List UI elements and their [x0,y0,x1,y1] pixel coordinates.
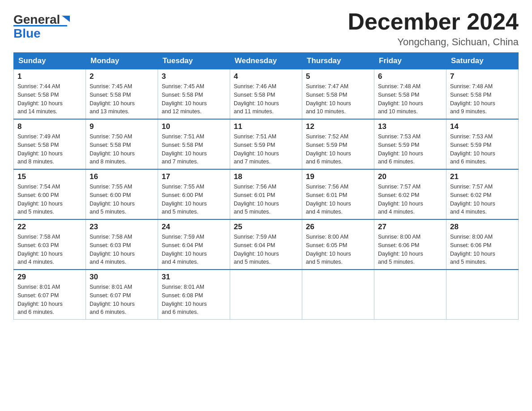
day-info: Sunrise: 7:55 AMSunset: 6:00 PMDaylight:… [162,184,207,215]
day-number: 15 [17,172,82,181]
table-row: 9 Sunrise: 7:50 AMSunset: 5:58 PMDayligh… [86,119,158,169]
day-number: 19 [306,172,370,181]
day-number: 30 [90,273,154,282]
day-number: 21 [450,172,515,181]
table-row: 19 Sunrise: 7:56 AMSunset: 6:01 PMDaylig… [302,169,374,219]
col-monday: Monday [86,53,158,69]
day-number: 24 [162,223,226,231]
table-row: 24 Sunrise: 7:59 AMSunset: 6:04 PMDaylig… [158,219,230,270]
table-row: 1 Sunrise: 7:44 AMSunset: 5:58 PMDayligh… [14,69,86,120]
day-info: Sunrise: 7:54 AMSunset: 6:00 PMDaylight:… [17,184,63,215]
table-row: 13 Sunrise: 7:53 AMSunset: 5:59 PMDaylig… [374,119,446,169]
day-number: 28 [450,223,515,231]
table-row: 21 Sunrise: 7:57 AMSunset: 6:02 PMDaylig… [446,169,519,219]
day-info: Sunrise: 7:44 AMSunset: 5:58 PMDaylight:… [17,83,63,115]
table-row: 23 Sunrise: 7:58 AMSunset: 6:03 PMDaylig… [86,219,158,270]
month-title: December 2024 [348,9,519,34]
table-row: 30 Sunrise: 8:01 AMSunset: 6:07 PMDaylig… [86,270,158,320]
table-row: 4 Sunrise: 7:46 AMSunset: 5:58 PMDayligh… [230,69,302,120]
day-info: Sunrise: 7:46 AMSunset: 5:58 PMDaylight:… [234,83,279,115]
day-number: 20 [378,172,442,181]
day-info: Sunrise: 8:01 AMSunset: 6:07 PMDaylight:… [17,284,63,315]
day-info: Sunrise: 8:01 AMSunset: 6:08 PMDaylight:… [162,284,207,315]
day-info: Sunrise: 8:00 AMSunset: 6:05 PMDaylight:… [306,234,351,265]
table-row: 27 Sunrise: 8:00 AMSunset: 6:06 PMDaylig… [374,219,446,270]
day-number: 23 [90,223,154,231]
table-row: 26 Sunrise: 8:00 AMSunset: 6:05 PMDaylig… [302,219,374,270]
table-row [446,270,519,320]
logo-blue-text: Blue [13,27,41,40]
day-number: 18 [234,172,298,181]
table-row: 18 Sunrise: 7:56 AMSunset: 6:01 PMDaylig… [230,169,302,219]
day-info: Sunrise: 7:55 AMSunset: 6:00 PMDaylight:… [90,184,135,215]
day-number: 29 [17,273,82,282]
day-info: Sunrise: 7:53 AMSunset: 5:59 PMDaylight:… [378,133,423,165]
table-row: 8 Sunrise: 7:49 AMSunset: 5:58 PMDayligh… [14,119,86,169]
day-info: Sunrise: 7:45 AMSunset: 5:58 PMDaylight:… [162,83,207,115]
day-number: 8 [17,122,82,131]
table-row: 6 Sunrise: 7:48 AMSunset: 5:58 PMDayligh… [374,69,446,120]
day-info: Sunrise: 7:49 AMSunset: 5:58 PMDaylight:… [17,133,63,165]
table-row: 31 Sunrise: 8:01 AMSunset: 6:08 PMDaylig… [158,270,230,320]
day-number: 7 [450,72,515,81]
table-row: 16 Sunrise: 7:55 AMSunset: 6:00 PMDaylig… [86,169,158,219]
day-number: 26 [306,223,370,231]
day-number: 14 [450,122,515,131]
day-info: Sunrise: 7:58 AMSunset: 6:03 PMDaylight:… [90,234,135,265]
table-row: 29 Sunrise: 8:01 AMSunset: 6:07 PMDaylig… [14,270,86,320]
table-row: 25 Sunrise: 7:59 AMSunset: 6:04 PMDaylig… [230,219,302,270]
logo: General Blue [13,9,71,40]
col-saturday: Saturday [446,53,519,69]
day-info: Sunrise: 7:51 AMSunset: 5:58 PMDaylight:… [162,133,207,165]
day-info: Sunrise: 7:59 AMSunset: 6:04 PMDaylight:… [234,234,279,265]
day-info: Sunrise: 7:45 AMSunset: 5:58 PMDaylight:… [90,83,135,115]
table-row [374,270,446,320]
calendar-week-row: 8 Sunrise: 7:49 AMSunset: 5:58 PMDayligh… [14,119,519,169]
day-info: Sunrise: 8:01 AMSunset: 6:07 PMDaylight:… [90,284,135,315]
day-number: 2 [90,72,154,81]
table-row: 7 Sunrise: 7:48 AMSunset: 5:58 PMDayligh… [446,69,519,120]
day-info: Sunrise: 7:57 AMSunset: 6:02 PMDaylight:… [378,184,423,215]
calendar-week-row: 22 Sunrise: 7:58 AMSunset: 6:03 PMDaylig… [14,219,519,270]
col-sunday: Sunday [14,53,86,69]
table-row: 5 Sunrise: 7:47 AMSunset: 5:58 PMDayligh… [302,69,374,120]
title-area: December 2024 Yongchang, Sichuan, China [348,9,519,48]
day-info: Sunrise: 7:51 AMSunset: 5:59 PMDaylight:… [234,133,279,165]
table-row: 10 Sunrise: 7:51 AMSunset: 5:58 PMDaylig… [158,119,230,169]
day-number: 22 [17,223,82,231]
day-number: 12 [306,122,370,131]
table-row: 14 Sunrise: 7:53 AMSunset: 5:59 PMDaylig… [446,119,519,169]
day-info: Sunrise: 7:47 AMSunset: 5:58 PMDaylight:… [306,83,351,115]
col-tuesday: Tuesday [158,53,230,69]
table-row: 20 Sunrise: 7:57 AMSunset: 6:02 PMDaylig… [374,169,446,219]
table-row [230,270,302,320]
calendar-header-row: Sunday Monday Tuesday Wednesday Thursday… [14,53,519,69]
day-number: 17 [162,172,226,181]
logo-triangle-icon [61,14,71,24]
col-wednesday: Wednesday [230,53,302,69]
day-number: 27 [378,223,442,231]
page-header: General Blue December 2024 Yongchang, Si… [13,9,519,48]
day-number: 1 [17,72,82,81]
table-row: 12 Sunrise: 7:52 AMSunset: 5:59 PMDaylig… [302,119,374,169]
table-row: 28 Sunrise: 8:00 AMSunset: 6:06 PMDaylig… [446,219,519,270]
day-number: 3 [162,72,226,81]
day-number: 31 [162,273,226,282]
day-number: 13 [378,122,442,131]
col-thursday: Thursday [302,53,374,69]
day-info: Sunrise: 7:57 AMSunset: 6:02 PMDaylight:… [450,184,495,215]
day-number: 10 [162,122,226,131]
day-info: Sunrise: 7:48 AMSunset: 5:58 PMDaylight:… [378,83,423,115]
day-info: Sunrise: 8:00 AMSunset: 6:06 PMDaylight:… [378,234,423,265]
day-info: Sunrise: 7:58 AMSunset: 6:03 PMDaylight:… [17,234,63,265]
table-row: 15 Sunrise: 7:54 AMSunset: 6:00 PMDaylig… [14,169,86,219]
table-row: 3 Sunrise: 7:45 AMSunset: 5:58 PMDayligh… [158,69,230,120]
table-row: 22 Sunrise: 7:58 AMSunset: 6:03 PMDaylig… [14,219,86,270]
day-info: Sunrise: 7:59 AMSunset: 6:04 PMDaylight:… [162,234,207,265]
table-row: 2 Sunrise: 7:45 AMSunset: 5:58 PMDayligh… [86,69,158,120]
calendar-week-row: 15 Sunrise: 7:54 AMSunset: 6:00 PMDaylig… [14,169,519,219]
day-info: Sunrise: 7:56 AMSunset: 6:01 PMDaylight:… [234,184,279,215]
location-title: Yongchang, Sichuan, China [348,36,519,48]
calendar-week-row: 1 Sunrise: 7:44 AMSunset: 5:58 PMDayligh… [14,69,519,120]
table-row [302,270,374,320]
